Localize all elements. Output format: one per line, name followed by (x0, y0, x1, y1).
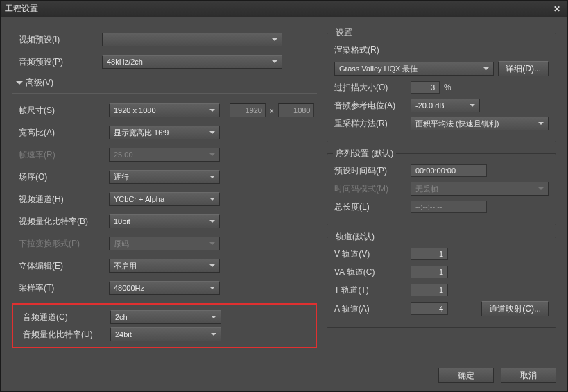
tracks-legend: 轨道(默认) (333, 231, 377, 243)
a-track-input[interactable] (411, 302, 448, 315)
channel-map-button[interactable]: 通道映射(C)... (481, 301, 549, 316)
audio-bitdepth-value: 24bit (115, 330, 132, 339)
video-preset-label: 视频预设(I) (12, 34, 102, 46)
titlebar: 工程设置 ✕ (1, 1, 567, 17)
audio-ref-label: 音频参考电位(A) (334, 100, 411, 112)
overscan-input[interactable] (411, 81, 440, 94)
sample-rate-value: 48000Hz (114, 284, 144, 292)
audio-ref-value: -20.0 dB (415, 101, 445, 110)
audio-preset-label: 音频预设(P) (12, 56, 102, 68)
close-icon[interactable]: ✕ (551, 3, 563, 15)
resample-select[interactable]: 面积平均法 (快速且锐利) (411, 117, 549, 130)
frame-size-select[interactable]: 1920 x 1080 (109, 103, 220, 117)
preset-tc-input[interactable] (411, 164, 487, 177)
v-track-input[interactable] (411, 248, 448, 260)
frame-size-label: 帧尺寸(S) (12, 105, 109, 117)
frame-rate-select: 25.00 (109, 148, 220, 162)
sample-rate-select[interactable]: 48000Hz (109, 281, 220, 295)
total-length-label: 总长度(L) (334, 201, 411, 213)
resample-label: 重采样方法(R) (334, 118, 411, 130)
sequence-legend: 序列设置 (默认) (333, 148, 396, 160)
pulldown-value: 原码 (114, 239, 129, 249)
frame-size-value: 1920 x 1080 (114, 106, 156, 114)
video-channel-select[interactable]: YCbCr + Alpha (109, 192, 220, 206)
pulldown-label: 下拉变换形式(P) (12, 238, 109, 250)
audio-preset-value: 48kHz/2ch (107, 58, 143, 66)
sample-rate-label: 采样率(T) (12, 282, 109, 294)
tc-mode-label: 时间码模式(M) (334, 183, 411, 195)
video-bitdepth-label: 视频量化比特率(B) (12, 216, 109, 228)
field-order-value: 逐行 (114, 172, 129, 182)
video-preset-select[interactable] (102, 33, 282, 46)
tc-mode-value: 无丢帧 (415, 184, 438, 194)
left-column: 视频预设(I) 音频预设(P) 48kHz/2ch 高级(V) 帧尺寸(S) 1… (12, 28, 317, 358)
ok-button[interactable]: 确定 (438, 368, 494, 383)
aspect-label: 宽高比(A) (12, 127, 109, 139)
overscan-label: 过扫描大小(O) (334, 82, 411, 94)
audio-bitdepth-label: 音频量化比特率(U) (16, 329, 110, 341)
tc-mode-select: 无丢帧 (411, 182, 549, 196)
field-order-label: 场序(O) (12, 171, 109, 183)
stereo-edit-label: 立体编辑(E) (12, 260, 109, 272)
v-track-label: V 轨道(V) (334, 248, 411, 260)
audio-channel-label: 音频通道(C) (16, 312, 110, 323)
a-track-label: A 轨道(A) (334, 303, 411, 315)
percent-label: % (444, 83, 451, 92)
preset-tc-label: 预设时间码(P) (334, 165, 411, 177)
aspect-value: 显示宽高比 16:9 (114, 128, 169, 138)
audio-bitdepth-select[interactable]: 24bit (110, 327, 221, 341)
audio-preset-select[interactable]: 48kHz/2ch (102, 55, 282, 69)
stereo-edit-select[interactable]: 不启用 (109, 259, 220, 273)
aspect-select[interactable]: 显示宽高比 16:9 (109, 126, 220, 139)
va-track-label: VA 轨道(C) (334, 266, 411, 278)
stereo-edit-value: 不启用 (114, 261, 137, 271)
divider (12, 93, 317, 94)
dialog-footer: 确定 取消 (1, 364, 567, 391)
settings-fieldset: 设置 渲染格式(R) Grass Valley HQX 最佳 详细(D)... … (327, 33, 556, 142)
frame-height-input: 1080 (278, 103, 314, 117)
total-length-value: --:--:--:-- (411, 201, 487, 213)
settings-legend: 设置 (333, 27, 355, 39)
dialog-body: 视频预设(I) 音频预设(P) 48kHz/2ch 高级(V) 帧尺寸(S) 1… (1, 17, 567, 364)
right-column: 设置 渲染格式(R) Grass Valley HQX 最佳 详细(D)... … (327, 28, 556, 358)
video-bitdepth-value: 10bit (114, 217, 130, 225)
va-track-input[interactable] (411, 266, 448, 278)
detail-button[interactable]: 详细(D)... (498, 61, 549, 76)
t-track-input[interactable] (411, 284, 448, 296)
frame-rate-value: 25.00 (114, 151, 133, 159)
cancel-button[interactable]: 取消 (501, 368, 556, 383)
advanced-toggle[interactable]: 高级(V) (16, 77, 317, 89)
field-order-select[interactable]: 逐行 (109, 170, 220, 184)
advanced-label: 高级(V) (26, 77, 53, 89)
render-format-value: Grass Valley HQX 最佳 (339, 64, 418, 74)
x-separator: x (270, 106, 274, 114)
render-format-select[interactable]: Grass Valley HQX 最佳 (334, 62, 494, 76)
window-title: 工程设置 (5, 3, 38, 15)
tracks-fieldset: 轨道(默认) V 轨道(V) VA 轨道(C) T 轨道(T) A 轨道(A) (327, 237, 556, 328)
pulldown-select: 原码 (109, 237, 220, 250)
highlighted-section: 音频通道(C) 2ch 音频量化比特率(U) 24bit (12, 303, 317, 348)
frame-rate-label: 帧速率(R) (12, 149, 109, 161)
video-channel-label: 视频通道(H) (12, 194, 109, 205)
frame-width-input: 1920 (230, 103, 266, 117)
audio-channel-value: 2ch (115, 313, 128, 321)
project-settings-dialog: 工程设置 ✕ 视频预设(I) 音频预设(P) 48kHz/2ch 高级(V) (0, 0, 568, 392)
video-bitdepth-select[interactable]: 10bit (109, 214, 220, 228)
t-track-label: T 轨道(T) (334, 284, 411, 296)
sequence-fieldset: 序列设置 (默认) 预设时间码(P) 时间码模式(M) 无丢帧 总长度(L) -… (327, 153, 556, 225)
audio-ref-select[interactable]: -20.0 dB (411, 99, 480, 112)
video-channel-value: YCbCr + Alpha (114, 195, 164, 203)
audio-channel-select[interactable]: 2ch (110, 310, 221, 324)
resample-value: 面积平均法 (快速且锐利) (415, 119, 499, 129)
render-format-label: 渲染格式(R) (334, 44, 411, 56)
